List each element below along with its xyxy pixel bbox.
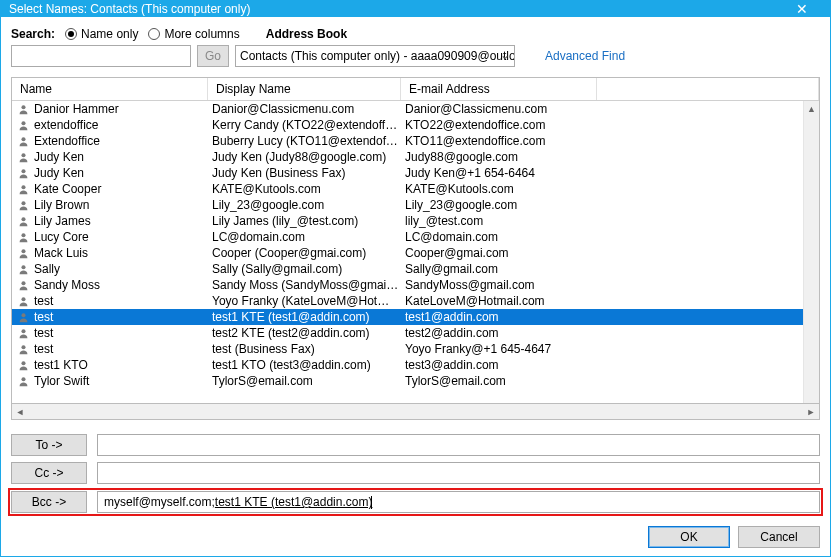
person-icon [16,246,30,260]
cell-email: Judy88@google.com [405,150,765,164]
table-row[interactable]: Lily JamesLily James (lily_@test.com)lil… [12,213,819,229]
cell-name: test [34,326,212,340]
table-row[interactable]: Tylor SwiftTylorS@email.comTylorS@email.… [12,373,819,389]
dialog-footer: OK Cancel [11,520,820,548]
person-icon [16,358,30,372]
table-row[interactable]: SallySally (Sally@gmail.com)Sally@gmail.… [12,261,819,277]
select-names-dialog: Select Names: Contacts (This computer on… [0,0,831,557]
cell-name: Lily Brown [34,198,212,212]
scroll-right-icon[interactable]: ► [803,404,819,420]
col-email[interactable]: E-mail Address [401,78,597,100]
cell-name: Sally [34,262,212,276]
table-row[interactable]: Kate CooperKATE@Kutools.comKATE@Kutools.… [12,181,819,197]
go-button[interactable]: Go [197,45,229,67]
person-icon [16,102,30,116]
svg-point-4 [21,169,25,173]
bcc-button[interactable]: Bcc -> [11,491,87,513]
cell-name: Kate Cooper [34,182,212,196]
cell-name: Tylor Swift [34,374,212,388]
cell-email: KTO22@extendoffice.com [405,118,765,132]
cell-display: test (Business Fax) [212,342,405,356]
person-icon [16,294,30,308]
svg-point-10 [21,265,25,269]
cc-input[interactable] [97,462,820,484]
search-input[interactable] [11,45,191,67]
cell-email: test3@addin.com [405,358,765,372]
col-display[interactable]: Display Name [208,78,401,100]
horizontal-scrollbar[interactable]: ◄ ► [11,404,820,420]
table-row[interactable]: testYoyo Franky (KateLoveM@Hotmail.c...K… [12,293,819,309]
person-icon [16,182,30,196]
table-row[interactable]: Danior HammerDanior@Classicmenu.comDanio… [12,101,819,117]
table-row[interactable]: Lucy CoreLC@domain.comLC@domain.com [12,229,819,245]
cell-name: Extendoffice [34,134,212,148]
person-icon [16,374,30,388]
table-row[interactable]: testtest2 KTE (test2@addin.com)test2@add… [12,325,819,341]
address-book-label: Address Book [266,27,347,41]
svg-point-12 [21,297,25,301]
person-icon [16,278,30,292]
cell-display: test2 KTE (test2@addin.com) [212,326,405,340]
ok-button[interactable]: OK [648,526,730,548]
radio-name-only-label: Name only [81,27,138,41]
table-row[interactable]: Judy KenJudy Ken (Judy88@google.com)Judy… [12,149,819,165]
cell-email: Danior@Classicmenu.com [405,102,765,116]
person-icon [16,214,30,228]
col-name[interactable]: Name [12,78,208,100]
cell-name: Lucy Core [34,230,212,244]
svg-point-9 [21,249,25,253]
table-row[interactable]: test1 KTOtest1 KTO (test3@addin.com)test… [12,357,819,373]
cell-email: Judy Ken@+1 654-6464 [405,166,765,180]
cc-button[interactable]: Cc -> [11,462,87,484]
table-row[interactable]: extendofficeKerry Candy (KTO22@extendoff… [12,117,819,133]
cell-email: KATE@Kutools.com [405,182,765,196]
radio-more-columns[interactable]: More columns [148,27,239,41]
cell-display: Danior@Classicmenu.com [212,102,405,116]
cell-name: Lily James [34,214,212,228]
cell-name: Sandy Moss [34,278,212,292]
cell-display: TylorS@email.com [212,374,405,388]
bcc-text-plain: myself@myself.com; [104,495,215,509]
table-row[interactable]: testtest1 KTE (test1@addin.com)test1@add… [12,309,819,325]
cell-name: test [34,310,212,324]
table-row[interactable]: Judy KenJudy Ken (Business Fax)Judy Ken@… [12,165,819,181]
cell-display: Lily_23@google.com [212,198,405,212]
person-icon [16,230,30,244]
cell-display: Buberry Lucy (KTO11@extendoffic.c... [212,134,405,148]
radio-more-columns-label: More columns [164,27,239,41]
svg-point-16 [21,361,25,365]
cell-display: Lily James (lily_@test.com) [212,214,405,228]
person-icon [16,166,30,180]
cancel-button[interactable]: Cancel [738,526,820,548]
person-icon [16,326,30,340]
cell-email: Lily_23@google.com [405,198,765,212]
cell-email: LC@domain.com [405,230,765,244]
person-icon [16,198,30,212]
vertical-scrollbar[interactable]: ▲ [803,101,819,403]
close-icon[interactable]: ✕ [782,1,822,17]
cell-name: test1 KTO [34,358,212,372]
cell-email: SandyMoss@gmail.com [405,278,765,292]
cell-name: Judy Ken [34,150,212,164]
to-button[interactable]: To -> [11,434,87,456]
table-row[interactable]: ExtendofficeBuberry Lucy (KTO11@extendof… [12,133,819,149]
cell-email: Yoyo Franky@+1 645-4647 [405,342,765,356]
grid-header: Name Display Name E-mail Address [12,78,819,101]
svg-point-11 [21,281,25,285]
table-row[interactable]: Mack LuisCooper (Cooper@gmai.com)Cooper@… [12,245,819,261]
address-book-select[interactable]: Contacts (This computer only) - aaaa0909… [235,45,515,67]
radio-name-only[interactable]: Name only [65,27,138,41]
table-row[interactable]: testtest (Business Fax)Yoyo Franky@+1 64… [12,341,819,357]
table-row[interactable]: Sandy MossSandy Moss (SandyMoss@gmail.co… [12,277,819,293]
table-row[interactable]: Lily BrownLily_23@google.comLily_23@goog… [12,197,819,213]
cell-display: Sandy Moss (SandyMoss@gmail.com) [212,278,405,292]
svg-point-7 [21,217,25,221]
to-input[interactable] [97,434,820,456]
person-icon [16,342,30,356]
cell-display: test1 KTE (test1@addin.com) [212,310,405,324]
bcc-input[interactable]: myself@myself.com; test1 KTE (test1@addi… [97,491,820,513]
advanced-find-link[interactable]: Advanced Find [545,49,625,63]
scroll-left-icon[interactable]: ◄ [12,404,28,420]
scroll-up-icon[interactable]: ▲ [804,101,819,117]
cell-name: test [34,342,212,356]
